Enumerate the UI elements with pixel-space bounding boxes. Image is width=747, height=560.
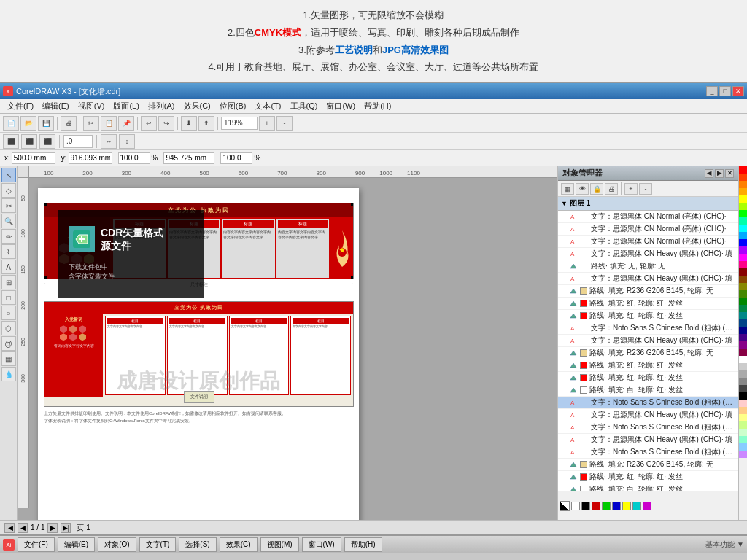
fill-tool[interactable]: ▦ xyxy=(1,351,16,366)
palette-color-swatch[interactable] xyxy=(739,334,747,341)
ellipse-tool[interactable]: ○ xyxy=(1,306,16,320)
palette-color-swatch[interactable] xyxy=(739,174,747,181)
undo-button[interactable]: ↩ xyxy=(141,116,157,131)
palette-color-swatch[interactable] xyxy=(739,407,747,414)
redo-button[interactable]: ↪ xyxy=(158,116,174,131)
object-item-21[interactable]: 路线· 填充: R236 G206 B145, 轮廓: 无 xyxy=(558,459,738,471)
blue-swatch[interactable] xyxy=(612,502,621,510)
object-item-5[interactable]: 路线· 填充: 无, 轮廓: 无 xyxy=(558,260,738,273)
menu-bitmap[interactable]: 位图(B) xyxy=(215,99,251,113)
new-button[interactable]: 📄 xyxy=(3,116,19,131)
palette-color-swatch[interactable] xyxy=(739,261,747,268)
palette-color-swatch[interactable] xyxy=(739,276,747,283)
h-input[interactable] xyxy=(163,152,214,164)
zoom-out-button[interactable]: - xyxy=(276,116,293,131)
open-button[interactable]: 📂 xyxy=(20,116,36,131)
object-item-14[interactable]: 路线· 填充: 红, 轮廓: 红· 发丝 xyxy=(558,372,738,384)
align-left-button[interactable]: ⬛ xyxy=(3,134,19,149)
red-swatch[interactable] xyxy=(592,502,600,510)
freehand-tool[interactable]: ✏ xyxy=(1,229,16,244)
menu-effects[interactable]: 效果(C) xyxy=(179,99,215,113)
print-button[interactable]: 🖨 xyxy=(61,116,77,131)
object-item-15[interactable]: 路线· 填充: 白, 轮廓: 红· 发丝 xyxy=(558,384,738,397)
palette-color-swatch[interactable] xyxy=(739,210,747,217)
palette-color-swatch[interactable] xyxy=(739,203,747,210)
mirror-h-button[interactable]: ↔ xyxy=(101,134,117,149)
menu-text[interactable]: 文本(T) xyxy=(250,99,285,113)
palette-color-swatch[interactable] xyxy=(739,385,747,392)
om-print-btn[interactable]: 🖨 xyxy=(605,183,618,195)
object-item-23[interactable]: 路线· 填充: 白, 轮廓: 红· 发丝 xyxy=(558,483,738,491)
palette-color-swatch[interactable] xyxy=(739,166,747,174)
zoom-tool[interactable]: 🔍 xyxy=(1,214,16,228)
align-right-button[interactable]: ⬛ xyxy=(39,134,55,149)
palette-color-swatch[interactable] xyxy=(739,268,747,276)
cyan-swatch[interactable] xyxy=(632,502,641,510)
object-item-9[interactable]: 路线· 填充: 红, 轮廓: 红· 发丝 xyxy=(558,310,738,322)
palette-color-swatch[interactable] xyxy=(739,327,747,334)
palette-color-swatch[interactable] xyxy=(739,305,747,312)
menu-tools[interactable]: 工具(Q) xyxy=(286,99,322,113)
object-item-11[interactable]: A文字：思源黑体 CN Heavy (黑体) (CHC)· 填 xyxy=(558,335,738,347)
panel-arrow-right[interactable]: ▶ xyxy=(715,169,724,178)
magenta-swatch[interactable] xyxy=(643,502,651,510)
white-swatch[interactable] xyxy=(571,502,580,510)
spiral-tool[interactable]: @ xyxy=(1,336,16,351)
menu-edit[interactable]: 编辑(E) xyxy=(38,99,74,113)
palette-color-swatch[interactable] xyxy=(739,341,747,349)
palette-color-swatch[interactable] xyxy=(739,312,747,319)
text-tool[interactable]: A xyxy=(1,260,16,274)
palette-color-swatch[interactable] xyxy=(739,283,747,290)
palette-color-swatch[interactable] xyxy=(739,349,747,356)
palette-color-swatch[interactable] xyxy=(739,443,747,451)
object-item-7[interactable]: 路线· 填充: R236 G206 B145, 轮廓: 无 xyxy=(558,285,738,298)
palette-color-swatch[interactable] xyxy=(739,319,747,327)
object-item-22[interactable]: 路线· 填充: 红, 轮廓: 红· 发丝 xyxy=(558,471,738,483)
palette-color-swatch[interactable] xyxy=(739,421,747,429)
object-item-3[interactable]: A文字：思源黑体 CN Normal (亮体) (CHC)· xyxy=(558,236,738,248)
palette-color-swatch[interactable] xyxy=(739,217,747,225)
page-1-tab[interactable]: 页 1 xyxy=(77,523,90,533)
om-del-layer-btn[interactable]: - xyxy=(639,183,652,195)
taskbar-edit-menu[interactable]: 编辑(E) xyxy=(58,537,95,552)
paste-button[interactable]: 📌 xyxy=(118,116,134,131)
palette-color-swatch[interactable] xyxy=(739,239,747,246)
panel-controls[interactable]: ◀ ▶ ✕ xyxy=(705,169,734,178)
rotation-input[interactable] xyxy=(63,135,93,148)
om-eye-btn[interactable]: 👁 xyxy=(576,183,589,195)
crop-tool[interactable]: ✂ xyxy=(1,198,16,213)
palette-color-swatch[interactable] xyxy=(739,225,747,232)
object-item-16[interactable]: A文字：Noto Sans S Chinese Bold (粗体) (CH xyxy=(558,397,738,409)
palette-color-swatch[interactable] xyxy=(739,429,747,436)
copy-button[interactable]: 📋 xyxy=(101,116,117,131)
om-layer-btn[interactable]: ▦ xyxy=(561,183,574,195)
object-item-12[interactable]: 路线· 填充: R236 G206 B145, 轮廓: 无 xyxy=(558,347,738,359)
palette-color-swatch[interactable] xyxy=(739,370,747,378)
window-controls[interactable]: _ □ ✕ xyxy=(706,86,744,96)
object-item-18[interactable]: A文字：Noto Sans S Chinese Bold (粗体) (CH xyxy=(558,421,738,434)
select-tool[interactable]: ↖ xyxy=(1,168,16,182)
taskbar-select-menu[interactable]: 选择(S) xyxy=(179,537,216,552)
taskbar-window-menu[interactable]: 窗口(W) xyxy=(302,537,341,552)
palette-color-swatch[interactable] xyxy=(739,298,747,305)
object-item-17[interactable]: A文字：思源黑体 CN Heavy (黑体) (CHC)· 填 xyxy=(558,409,738,421)
object-item-19[interactable]: A文字：思源黑体 CN Heavy (黑体) (CHC)· 填 xyxy=(558,434,738,446)
object-item-13[interactable]: 路线· 填充: 红, 轮廓: 红· 发丝 xyxy=(558,359,738,372)
polygon-tool[interactable]: ⬡ xyxy=(1,321,16,335)
rect-tool[interactable]: □ xyxy=(1,290,16,305)
panel-arrow-left[interactable]: ◀ xyxy=(705,169,713,178)
palette-color-swatch[interactable] xyxy=(739,400,747,407)
object-item-1[interactable]: A文字：思源黑体 CN Normal (亮体) (CHC)· xyxy=(558,211,738,223)
export-button[interactable]: ⬆ xyxy=(198,116,214,131)
object-item-2[interactable]: A文字：思源黑体 CN Normal (亮体) (CHC)· xyxy=(558,223,738,236)
zoom-input[interactable]: 119% xyxy=(221,117,258,130)
zoom-in-button[interactable]: + xyxy=(259,116,275,131)
object-item-20[interactable]: A文字：Noto Sans S Chinese Bold (粗体) (CH xyxy=(558,446,738,459)
taskbar-object-menu[interactable]: 对象(O) xyxy=(98,537,136,552)
palette-color-swatch[interactable] xyxy=(739,356,747,363)
taskbar-file-menu[interactable]: 文件(F) xyxy=(18,537,55,552)
palette-color-swatch[interactable] xyxy=(739,246,747,254)
mirror-v-button[interactable]: ↕ xyxy=(119,134,135,149)
yellow-swatch[interactable] xyxy=(622,502,631,510)
taskbar-effect-menu[interactable]: 效果(C) xyxy=(220,537,258,552)
